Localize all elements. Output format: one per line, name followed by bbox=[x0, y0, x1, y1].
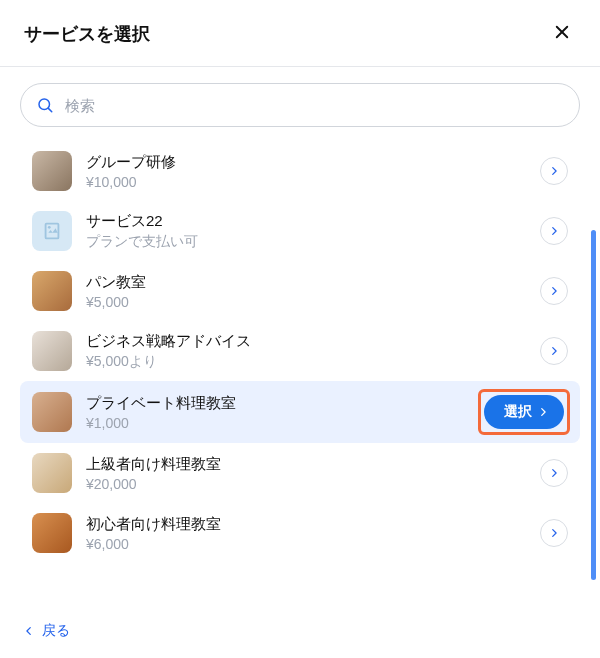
modal-title: サービスを選択 bbox=[24, 22, 150, 46]
chevron-right-icon bbox=[549, 342, 559, 360]
service-title: パン教室 bbox=[86, 273, 526, 292]
chevron-right-icon bbox=[549, 162, 559, 180]
svg-line-3 bbox=[48, 108, 51, 111]
chevron-right-icon bbox=[549, 222, 559, 240]
service-action bbox=[540, 459, 568, 487]
service-thumbnail bbox=[32, 392, 72, 432]
service-open-button[interactable] bbox=[540, 157, 568, 185]
close-button[interactable] bbox=[548, 20, 576, 48]
service-item[interactable]: グループ研修¥10,000 bbox=[20, 141, 580, 201]
modal-header: サービスを選択 bbox=[0, 0, 600, 67]
search-icon bbox=[36, 96, 54, 114]
service-action bbox=[540, 157, 568, 185]
chevron-right-icon bbox=[538, 404, 548, 420]
service-action bbox=[540, 337, 568, 365]
service-open-button[interactable] bbox=[540, 337, 568, 365]
search-input[interactable] bbox=[20, 83, 580, 127]
service-subtitle: ¥5,000より bbox=[86, 353, 526, 371]
scrollbar-thumb[interactable] bbox=[591, 230, 596, 580]
close-icon bbox=[553, 23, 571, 45]
service-action: 選択 bbox=[480, 391, 568, 433]
chevron-left-icon bbox=[24, 623, 34, 639]
back-link[interactable]: 戻る bbox=[24, 622, 70, 640]
back-link-label: 戻る bbox=[42, 622, 70, 640]
search-field-wrap bbox=[20, 83, 580, 127]
service-title: 上級者向け料理教室 bbox=[86, 455, 526, 474]
service-action bbox=[540, 217, 568, 245]
modal-footer: 戻る bbox=[0, 608, 600, 658]
service-title: サービス22 bbox=[86, 212, 526, 231]
service-action bbox=[540, 519, 568, 547]
chevron-right-icon bbox=[549, 464, 559, 482]
service-subtitle: ¥1,000 bbox=[86, 415, 466, 431]
service-list: グループ研修¥10,000サービス22プランで支払い可パン教室¥5,000ビジネ… bbox=[20, 141, 580, 563]
service-item[interactable]: サービス22プランで支払い可 bbox=[20, 201, 580, 261]
select-button[interactable]: 選択 bbox=[484, 395, 564, 429]
service-item[interactable]: 上級者向け料理教室¥20,000 bbox=[20, 443, 580, 503]
service-info: ビジネス戦略アドバイス¥5,000より bbox=[86, 332, 526, 371]
chevron-right-icon bbox=[549, 524, 559, 542]
service-info: プライベート料理教室¥1,000 bbox=[86, 394, 466, 431]
modal-body: グループ研修¥10,000サービス22プランで支払い可パン教室¥5,000ビジネ… bbox=[0, 67, 600, 608]
service-info: パン教室¥5,000 bbox=[86, 273, 526, 310]
select-button-label: 選択 bbox=[504, 403, 532, 421]
chevron-right-icon bbox=[549, 282, 559, 300]
service-subtitle: ¥5,000 bbox=[86, 294, 526, 310]
service-thumbnail bbox=[32, 151, 72, 191]
service-open-button[interactable] bbox=[540, 519, 568, 547]
svg-point-4 bbox=[48, 226, 51, 229]
service-thumbnail bbox=[32, 331, 72, 371]
service-title: プライベート料理教室 bbox=[86, 394, 466, 413]
service-thumbnail bbox=[32, 211, 72, 251]
select-button-highlight: 選択 bbox=[480, 391, 568, 433]
service-info: 初心者向け料理教室¥6,000 bbox=[86, 515, 526, 552]
service-info: グループ研修¥10,000 bbox=[86, 153, 526, 190]
service-select-modal: サービスを選択 グループ研修¥10,000サービス22プランで支払い可パン教室¥… bbox=[0, 0, 600, 658]
service-item[interactable]: パン教室¥5,000 bbox=[20, 261, 580, 321]
service-open-button[interactable] bbox=[540, 217, 568, 245]
service-info: 上級者向け料理教室¥20,000 bbox=[86, 455, 526, 492]
service-title: グループ研修 bbox=[86, 153, 526, 172]
service-action bbox=[540, 277, 568, 305]
service-thumbnail bbox=[32, 453, 72, 493]
service-thumbnail bbox=[32, 513, 72, 553]
service-title: ビジネス戦略アドバイス bbox=[86, 332, 526, 351]
service-subtitle: ¥20,000 bbox=[86, 476, 526, 492]
service-title: 初心者向け料理教室 bbox=[86, 515, 526, 534]
service-item[interactable]: ビジネス戦略アドバイス¥5,000より bbox=[20, 321, 580, 381]
service-subtitle: ¥10,000 bbox=[86, 174, 526, 190]
image-placeholder-icon bbox=[41, 220, 63, 242]
service-subtitle: ¥6,000 bbox=[86, 536, 526, 552]
service-subtitle: プランで支払い可 bbox=[86, 233, 526, 251]
service-item[interactable]: プライベート料理教室¥1,000選択 bbox=[20, 381, 580, 443]
service-open-button[interactable] bbox=[540, 459, 568, 487]
service-info: サービス22プランで支払い可 bbox=[86, 212, 526, 251]
service-item[interactable]: 初心者向け料理教室¥6,000 bbox=[20, 503, 580, 563]
service-thumbnail bbox=[32, 271, 72, 311]
service-open-button[interactable] bbox=[540, 277, 568, 305]
